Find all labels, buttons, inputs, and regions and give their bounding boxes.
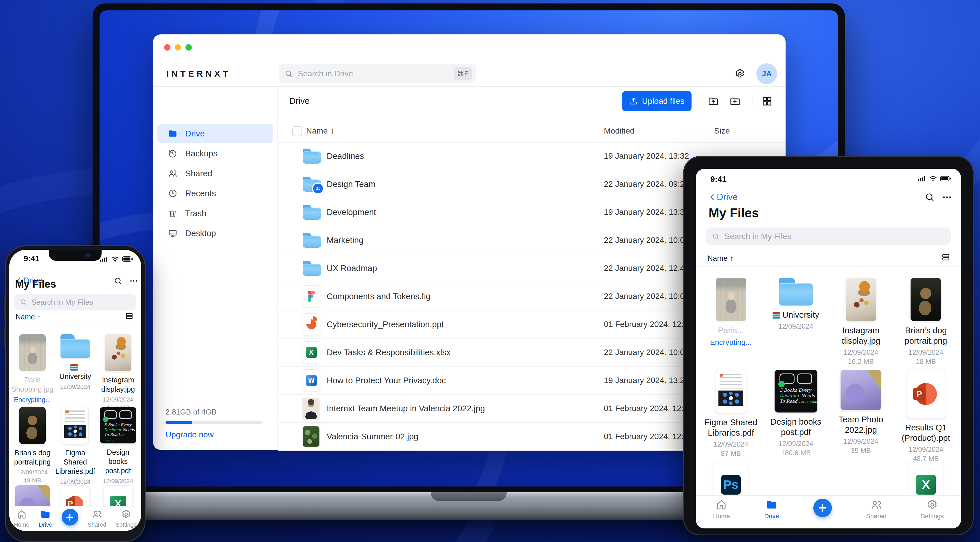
file-name: How to Protect Your Privacy.doc — [327, 376, 446, 385]
screen-title: My Files — [709, 206, 759, 220]
file-modified: 01 February 2024. 12:34 — [604, 404, 693, 413]
column-header-size[interactable]: Size — [714, 126, 730, 136]
search-icon-button[interactable] — [924, 192, 935, 202]
file-date: 12/09/2024 — [17, 469, 48, 476]
grid-item[interactable]: University12/09/2024 — [765, 278, 826, 366]
column-header-modified[interactable]: Modified — [604, 126, 635, 136]
sidebar-item-desktop[interactable]: Desktop — [158, 224, 273, 242]
phone-side-button — [4, 298, 5, 318]
file-date: 12/09/2024 — [60, 478, 90, 485]
file-name: Dev Tasks & Responsibilities.xlsx — [327, 348, 450, 357]
file-date: 12/09/2024 — [714, 440, 748, 448]
grid-item[interactable]: Figma Shared Libraries.pdf12/09/202487 M… — [700, 370, 761, 463]
minimize-window-button[interactable] — [175, 44, 181, 51]
files-search-field[interactable] — [14, 294, 136, 311]
tab-home[interactable]: Home — [713, 499, 730, 520]
upload-folder-icon[interactable] — [708, 95, 719, 107]
folder-filled-icon — [765, 499, 778, 511]
phone-tab-bar: HomeDriveSharedSettings — [9, 506, 141, 531]
grid-item[interactable]: Brian’s dog portrait.png12/09/202418 MB — [12, 407, 52, 493]
more-options-icon[interactable] — [129, 276, 138, 285]
sidebar-item-recents[interactable]: Recents — [158, 184, 273, 203]
grid-item[interactable]: Paris...Encrypting... — [700, 278, 761, 366]
grid-item[interactable]: Brian’s dog portrait.png12/09/202418 MB — [896, 278, 956, 366]
upgrade-link[interactable]: Upgrade now — [165, 430, 262, 439]
tab-label: Settings — [116, 521, 137, 528]
drive-search-field[interactable]: ⌘F — [278, 64, 476, 83]
people-icon — [870, 499, 883, 511]
file-modified: 01 February 2024. 12:34 — [604, 320, 693, 329]
photo-thumbnail — [716, 278, 746, 321]
new-folder-icon[interactable] — [729, 95, 741, 107]
sidebar-item-backups[interactable]: Backups — [158, 144, 273, 163]
file-name: Team Photo 2022.jpg — [830, 414, 891, 435]
tablet-device: 9:41 Drive My Files Name↑ Paris...Encr — [683, 156, 974, 536]
close-window-button[interactable] — [164, 44, 170, 51]
tab-shared[interactable]: Shared — [88, 509, 107, 528]
divider — [696, 266, 961, 267]
select-all-checkbox[interactable] — [292, 126, 302, 136]
search-icon-button[interactable] — [113, 276, 123, 285]
grid-item[interactable]: 5 Books EveryDesigner NeedsTo Read VOL. … — [98, 407, 138, 493]
file-name: Deadlines — [327, 152, 364, 161]
file-date: 12/09/2024 — [779, 440, 813, 448]
list-view-toggle-icon[interactable] — [124, 312, 134, 320]
file-name: Instagram display.jpg — [830, 325, 891, 346]
file-name: University — [773, 310, 819, 320]
file-date: 12/09/2024 — [103, 477, 133, 485]
add-button[interactable] — [62, 509, 78, 526]
sidebar-item-label: Trash — [185, 209, 206, 218]
files-search-field[interactable] — [706, 228, 951, 246]
grid-item[interactable]: PResults Q1 (Product).ppt12/09/202448.7 … — [896, 370, 956, 463]
column-header-name[interactable]: Name↑ — [306, 126, 335, 136]
grid-item[interactable]: 5 Books EveryDesigner NeedsTo Read VOL. … — [765, 370, 826, 463]
word-file-icon: W — [303, 369, 320, 391]
tab-settings[interactable]: Settings — [921, 499, 944, 520]
tab-settings[interactable]: Settings — [116, 509, 137, 528]
tab-drive[interactable]: Drive — [764, 499, 779, 520]
sidebar-item-shared[interactable]: Shared — [158, 164, 273, 183]
table-header: Name↑ Modified Size — [278, 120, 786, 143]
files-search-input[interactable] — [724, 231, 945, 241]
grid-item[interactable]: Paris Shopping.jpgEncrypting... — [12, 334, 52, 411]
settings-gear-button[interactable] — [734, 68, 746, 79]
user-avatar[interactable]: JA — [756, 63, 777, 84]
sidebar-item-label: Recents — [185, 189, 216, 198]
sidebar-item-trash[interactable]: Trash — [158, 204, 273, 223]
sidebar-item-drive[interactable]: Drive — [158, 124, 273, 143]
upload-files-button[interactable]: Upload files — [622, 91, 692, 111]
grid-item[interactable]: University12/09/2024 — [55, 334, 95, 411]
file-modified: 22 January 2024. 10:08 — [604, 292, 689, 301]
grid-item[interactable]: Team Photo 2022.jpg12/09/202435 MB — [830, 370, 891, 463]
sort-by-name[interactable]: Name↑ — [708, 254, 733, 263]
file-modified: 19 January 2024. 13:25 — [604, 376, 689, 385]
sidebar-item-label: Backups — [185, 149, 217, 158]
titlebar: INTERNXT ⌘F JA — [153, 35, 786, 87]
tab-label: Shared — [866, 512, 886, 520]
file-name: Design Team — [327, 179, 375, 189]
file-date: 12/09/2024 — [779, 322, 813, 330]
grid-item[interactable]: Instagram display.jpg12/09/202416.2 MB — [98, 334, 138, 411]
add-button[interactable] — [813, 499, 832, 517]
grid-item[interactable]: Instagram display.jpg12/09/202416.2 MB — [830, 278, 891, 366]
photo-thumbnail — [840, 370, 881, 410]
list-view-toggle-icon[interactable] — [941, 253, 951, 262]
file-modified: 22 January 2024. 10:08 — [604, 348, 689, 357]
zoom-window-button[interactable] — [186, 44, 192, 51]
grid-view-icon[interactable] — [761, 95, 773, 107]
drive-search-input[interactable] — [297, 69, 454, 79]
tab-shared[interactable]: Shared — [866, 499, 886, 520]
more-options-icon[interactable] — [942, 192, 952, 202]
tab-drive[interactable]: Drive — [39, 509, 52, 528]
files-search-input[interactable] — [31, 298, 131, 307]
sort-by-name[interactable]: Name↑ — [16, 313, 41, 321]
folder-icon — [303, 261, 321, 276]
search-icon — [285, 70, 293, 78]
back-button[interactable]: Drive — [708, 192, 738, 202]
tab-home[interactable]: Home — [14, 509, 29, 528]
gear-icon — [121, 509, 132, 520]
grid-item[interactable]: Figma Shared Libraries.pdf12/09/202487 M… — [55, 407, 95, 493]
books-emoji-icon — [70, 364, 78, 371]
file-name: Paris... — [718, 325, 744, 336]
storage-progressbar — [165, 421, 262, 424]
